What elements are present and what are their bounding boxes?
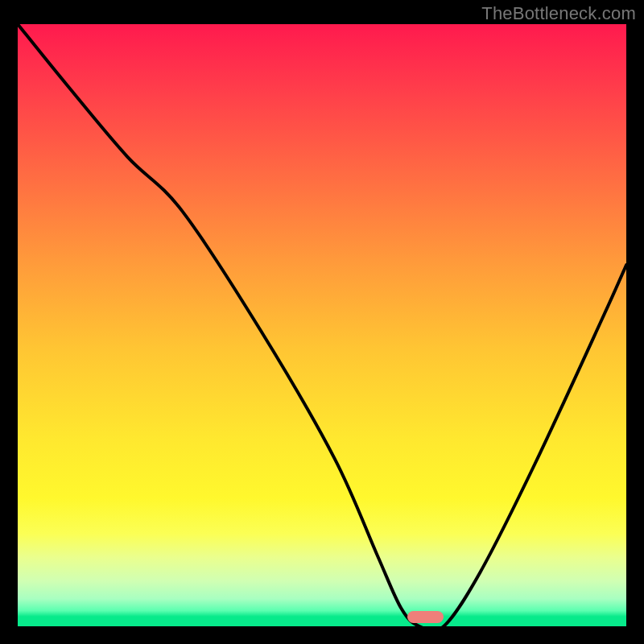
chart-frame: TheBottleneck.com <box>0 0 644 644</box>
bottleneck-curve <box>18 24 626 626</box>
optimal-marker <box>407 611 444 623</box>
bottleneck-curve-path <box>18 24 626 626</box>
watermark-text: TheBottleneck.com <box>481 3 636 24</box>
plot-area <box>18 24 626 626</box>
